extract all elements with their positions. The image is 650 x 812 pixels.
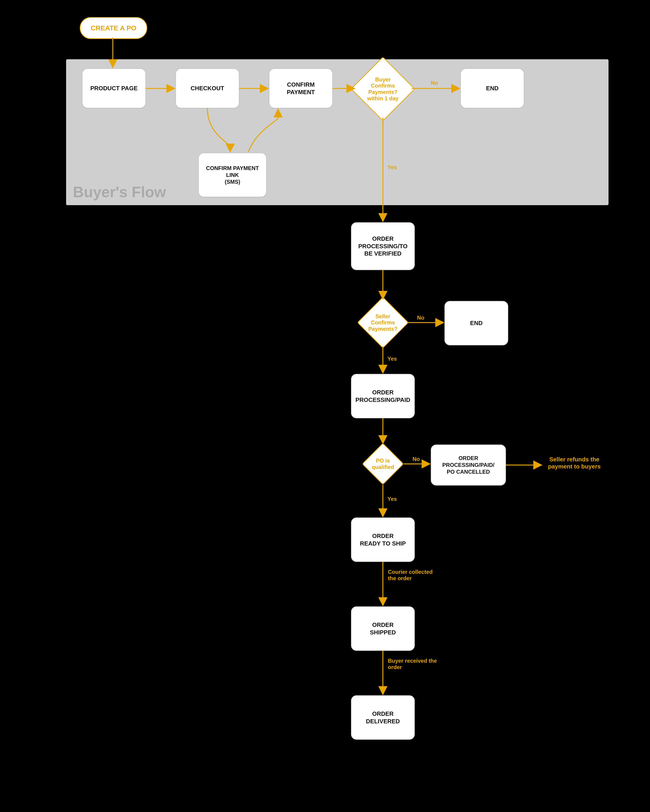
label-yes-buyer: Yes [388,164,397,171]
label: CHECKOUT [191,85,224,92]
panel-title: Buyer's Flow [73,183,166,201]
node-end-top: END [460,69,524,108]
node-end-seller: END [444,301,508,345]
node-ready-to-ship: ORDER READY TO SHIP [351,517,415,562]
node-order-verified: ORDER PROCESSING/TO BE VERIFIED [351,222,415,270]
start-label: CREATE A PO [91,24,137,32]
node-order-paid: ORDER PROCESSING/PAID [351,374,415,418]
label: CONFIRM PAYMENT LINK (SMS) [202,165,263,185]
decision-seller-confirms: Seller Confirms Payments? [365,304,401,341]
label-yes-seller: Yes [388,356,397,362]
label: ORDER PROCESSING/PAID/ PO CANCELLED [434,455,502,475]
decision-po-qualified: PO is qualified [368,449,398,479]
label: PRODUCT PAGE [90,85,138,92]
start-create-po: CREATE A PO [80,17,147,39]
buyer-flow-panel: Buyer's Flow [66,59,609,205]
label: ORDER READY TO SHIP [360,532,406,547]
label: ORDER PROCESSING/TO BE VERIFIED [355,235,411,257]
node-product-page: PRODUCT PAGE [82,69,146,108]
label: ORDER SHIPPED [370,621,396,636]
diamond-text: Buyer Confirms Payments? within 1 day [360,66,406,112]
node-confirm-payment-link: CONFIRM PAYMENT LINK (SMS) [198,153,267,197]
diamond-text: Seller Confirms Payments? [365,304,401,341]
node-po-cancelled: ORDER PROCESSING/PAID/ PO CANCELLED [431,444,506,485]
node-checkout: CHECKOUT [175,69,239,108]
flowchart-canvas: Buyer's Flow CREATE A PO PRODUCT PAGE CH… [0,0,650,812]
diamond-text: PO is qualified [368,449,398,479]
label: ORDER DELIVERED [366,710,400,725]
decision-buyer-confirms: Buyer Confirms Payments? within 1 day [360,66,406,112]
label: CONFIRM PAYMENT [273,81,329,96]
node-delivered: ORDER DELIVERED [351,695,415,740]
label: ORDER PROCESSING/PAID [355,389,411,403]
label-yes-po: Yes [388,496,397,502]
label: END [486,85,499,92]
node-confirm-payment: CONFIRM PAYMENT [269,69,333,108]
label-buyer-received: Buyer received the order [388,658,438,670]
node-shipped: ORDER SHIPPED [351,606,415,651]
label-no-top: No [431,80,438,86]
label-no-po: No [412,456,420,462]
label-no-seller: No [417,314,424,321]
label-courier: Courier collected the order [388,569,438,581]
label: END [470,319,483,327]
side-note-refund: Seller refunds the payment to buyers [542,456,606,470]
